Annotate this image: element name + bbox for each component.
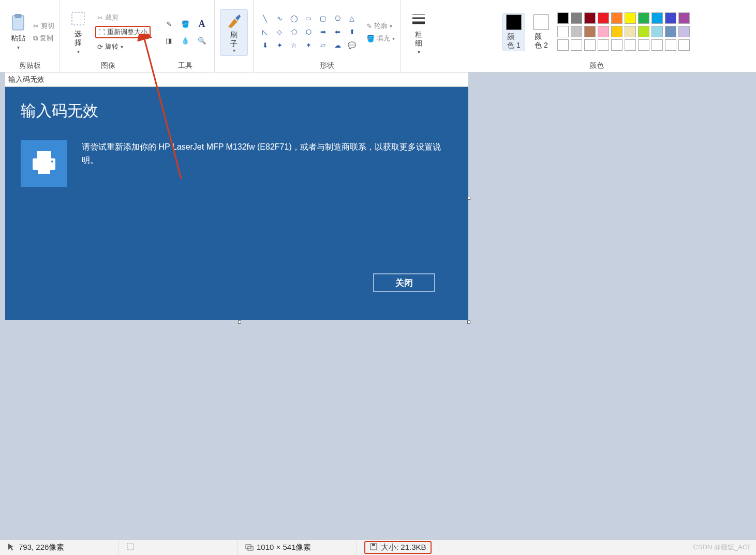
group-brush: 刷 子 ▾ — [215, 0, 254, 72]
palette-swatch[interactable] — [665, 26, 676, 37]
shape-polygon[interactable]: ⎔ — [331, 12, 344, 24]
shapes-gallery[interactable]: ╲ ∿ ◯ ▭ ▢ ⎔ △ ◺ ◇ ⬠ ⬡ ➡ ⬅ ⬆ ⬇ ✦ ☆ — [259, 12, 359, 52]
shape-callout1[interactable]: ▱ — [317, 39, 329, 51]
resize-button[interactable]: ⛶ 重新调整大小 — [95, 26, 151, 38]
palette-swatch[interactable] — [625, 12, 636, 24]
chevron-down-icon: ▾ — [121, 44, 123, 50]
paste-button[interactable]: 粘贴 ▾ — [5, 12, 31, 52]
selection-icon — [126, 543, 135, 552]
fill-label: 填充 — [377, 34, 390, 43]
resize-handle-corner[interactable] — [467, 320, 470, 324]
close-button[interactable]: 关闭 — [373, 273, 435, 292]
palette-swatch[interactable] — [625, 26, 636, 37]
palette-swatch[interactable] — [638, 39, 649, 51]
bucket-icon: 🪣 — [181, 20, 189, 28]
status-selection — [119, 540, 238, 555]
palette-swatch[interactable] — [651, 26, 663, 37]
shape-star6[interactable]: ✶ — [302, 39, 315, 51]
canvas-area[interactable]: 输入码无效 输入码无效 请尝试重新添加你的 HP LaserJet MFP M1… — [0, 72, 756, 539]
shape-star4[interactable]: ✦ — [273, 39, 286, 51]
pencil-icon: ✎ — [166, 20, 172, 28]
shape-callout2[interactable]: ☁ — [331, 39, 344, 51]
rotate-button[interactable]: ⟳ 旋转 ▾ — [95, 41, 151, 52]
shape-callout3[interactable]: 💬 — [346, 39, 358, 51]
shape-triangle[interactable]: △ — [346, 12, 358, 24]
shape-roundrect[interactable]: ▢ — [317, 12, 329, 24]
palette-swatch[interactable] — [611, 26, 622, 37]
shape-curve[interactable]: ∿ — [273, 12, 286, 24]
shape-line[interactable]: ╲ — [259, 12, 271, 24]
group-colors: 颜 色 1 颜 色 2 颜色 — [437, 0, 756, 72]
palette-swatch[interactable] — [557, 26, 569, 37]
palette-swatch[interactable] — [598, 39, 609, 51]
palette-swatch[interactable] — [557, 39, 569, 51]
palette-swatch[interactable] — [571, 39, 582, 51]
shape-rect[interactable]: ▭ — [302, 12, 315, 24]
palette-swatch[interactable] — [571, 26, 582, 37]
zoom-tool[interactable]: 🔍 — [195, 34, 209, 47]
copy-label: 复制 — [40, 34, 53, 43]
group-clipboard-title: 剪贴板 — [19, 61, 41, 70]
palette-swatch[interactable] — [651, 39, 663, 51]
palette-swatch[interactable] — [651, 12, 663, 24]
palette-swatch[interactable] — [598, 26, 609, 37]
fill-button[interactable]: 🪣 填充 ▾ — [366, 34, 395, 43]
shape-oval[interactable]: ◯ — [288, 12, 300, 24]
fill-tool[interactable]: 🪣 — [179, 17, 192, 31]
shape-hexagon[interactable]: ⬡ — [302, 26, 315, 37]
palette-swatch[interactable] — [678, 26, 690, 37]
outline-button[interactable]: ✎ 轮廓 ▾ — [366, 21, 395, 31]
resize-handle-bottom[interactable] — [238, 320, 241, 324]
shape-pentagon[interactable]: ⬠ — [288, 26, 300, 37]
eraser-tool[interactable]: ◨ — [162, 34, 175, 47]
scissors-icon: ✂ — [33, 22, 39, 30]
shape-arrow-l[interactable]: ⬅ — [331, 26, 344, 37]
status-dimensions: 1010 × 541像素 — [238, 540, 357, 555]
group-clipboard: 粘贴 ▾ ✂ 剪切 ⧉ 复制 剪贴板 — [0, 0, 60, 72]
chevron-down-icon: ▾ — [392, 36, 395, 41]
palette-swatch[interactable] — [584, 12, 596, 24]
picker-tool[interactable]: 💧 — [179, 34, 192, 47]
close-label: 关闭 — [395, 277, 413, 289]
palette-swatch[interactable] — [665, 12, 676, 24]
palette-swatch[interactable] — [665, 39, 676, 51]
color2-swatch — [533, 14, 549, 30]
color2-button[interactable]: 颜 色 2 — [530, 13, 552, 51]
color1-label: 颜 色 1 — [507, 32, 521, 50]
palette-swatch[interactable] — [557, 12, 569, 24]
palette-swatch[interactable] — [678, 12, 690, 24]
shape-arrow-r[interactable]: ➡ — [317, 26, 329, 37]
pencil-tool[interactable]: ✎ — [162, 17, 175, 31]
color-palette[interactable] — [557, 12, 691, 52]
resize-icon: ⛶ — [98, 28, 105, 36]
cut-button[interactable]: ✂ 剪切 — [33, 21, 54, 31]
palette-swatch[interactable] — [584, 39, 596, 51]
resize-handle-right[interactable] — [467, 197, 470, 200]
filesize-value: 大小: 21.3KB — [381, 543, 426, 552]
palette-swatch[interactable] — [638, 12, 649, 24]
shape-arrow-d[interactable]: ⬇ — [259, 39, 271, 51]
shape-rtriangle[interactable]: ◺ — [259, 26, 271, 37]
copy-button[interactable]: ⧉ 复制 — [33, 34, 54, 43]
group-image: 选 择 ▾ ✂ 裁剪 ⛶ 重新调整大小 ⟳ 旋转 ▾ 图像 — [60, 0, 156, 72]
status-position: 793, 226像素 — [0, 540, 119, 555]
dimensions-value: 1010 × 541像素 — [257, 543, 312, 552]
cut-label: 剪切 — [41, 21, 54, 31]
brush-button[interactable]: 刷 子 ▾ — [220, 9, 248, 56]
shape-diamond[interactable]: ◇ — [273, 26, 286, 37]
palette-swatch[interactable] — [571, 12, 582, 24]
select-button[interactable]: 选 择 ▾ — [65, 8, 91, 57]
text-tool[interactable]: A — [195, 17, 209, 31]
shape-arrow-u[interactable]: ⬆ — [346, 26, 358, 37]
size-button[interactable]: 粗 细 ▾ — [406, 8, 432, 57]
palette-swatch[interactable] — [625, 39, 636, 51]
shape-star5[interactable]: ☆ — [288, 39, 300, 51]
palette-swatch[interactable] — [611, 12, 622, 24]
palette-swatch[interactable] — [678, 39, 690, 51]
palette-swatch[interactable] — [638, 26, 649, 37]
document-title: 输入码无效 — [8, 75, 45, 84]
palette-swatch[interactable] — [611, 39, 622, 51]
palette-swatch[interactable] — [598, 12, 609, 24]
palette-swatch[interactable] — [584, 26, 596, 37]
color1-button[interactable]: 颜 色 1 — [502, 13, 525, 51]
